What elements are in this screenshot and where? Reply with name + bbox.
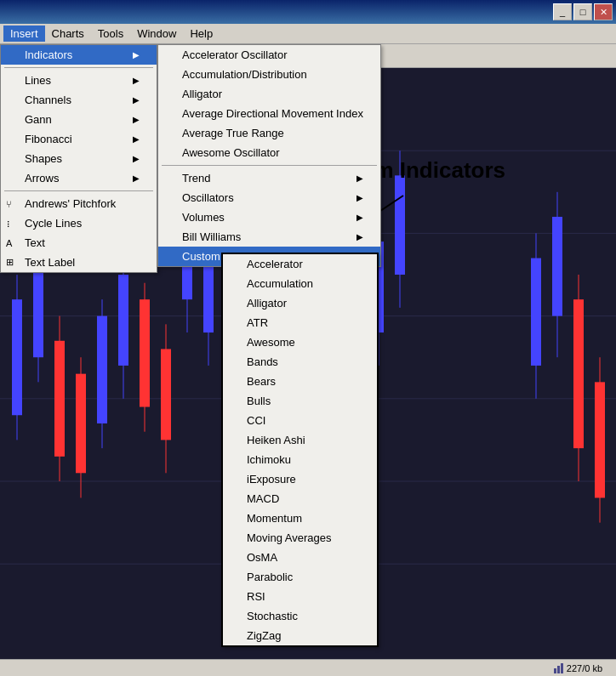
custom-item-bands[interactable]: Bands — [223, 352, 377, 372]
custom-item-macd[interactable]: MACD — [223, 489, 377, 508]
menu-help[interactable]: Help — [183, 26, 220, 42]
status-bar: 227/0 kb — [0, 659, 616, 676]
status-bar-text: 227/0 kb — [567, 663, 602, 673]
indicators-arrow: ▶ — [133, 50, 140, 60]
submenu-item-bill-williams[interactable]: Bill Williams ▶ — [158, 227, 380, 247]
custom-item-bears[interactable]: Bears — [223, 372, 377, 391]
status-bar-volume-icon: 227/0 kb — [554, 663, 602, 673]
trend-arrow: ▶ — [356, 173, 363, 183]
svg-rect-50 — [573, 299, 584, 448]
menu-item-fibonacci[interactable]: Fibonacci ▶ — [1, 129, 157, 149]
custom-item-zigzag[interactable]: ZigZag — [223, 626, 377, 645]
custom-item-heiken-ashi[interactable]: Heiken Ashi — [223, 430, 377, 450]
sep1 — [4, 67, 153, 68]
ind-sep — [162, 165, 377, 166]
menu-item-text[interactable]: A Text — [1, 233, 157, 253]
svg-rect-18 — [118, 275, 128, 366]
title-bar: _ □ ✕ — [0, 0, 616, 24]
custom-item-accumulation[interactable]: Accumulation — [223, 274, 377, 293]
lines-arrow: ▶ — [133, 76, 140, 85]
arrows-arrow: ▶ — [133, 173, 140, 183]
sep2 — [4, 190, 153, 191]
custom-item-atr[interactable]: ATR — [223, 313, 377, 332]
menu-bar: Insert Charts Tools Window Help — [0, 24, 616, 44]
custom-item-cci[interactable]: CCI — [223, 411, 377, 430]
menu-insert[interactable]: Insert — [3, 26, 45, 42]
svg-rect-48 — [552, 217, 562, 316]
menu-item-text-label[interactable]: ⊞ Text Label — [1, 253, 157, 272]
bill-williams-arrow: ▶ — [356, 232, 363, 241]
custom-item-momentum[interactable]: Momentum — [223, 508, 377, 528]
fibonacci-arrow: ▶ — [133, 134, 140, 144]
submenu-item-alligator[interactable]: Alligator — [158, 84, 380, 104]
submenu-item-atr[interactable]: Average True Range — [158, 123, 380, 143]
svg-rect-44 — [395, 175, 405, 275]
submenu-item-awesome-osc[interactable]: Awesome Oscillator — [158, 143, 380, 162]
oscillators-arrow: ▶ — [356, 193, 363, 202]
menu-item-arrows[interactable]: Arrows ▶ — [1, 168, 157, 188]
menu-charts[interactable]: Charts — [45, 26, 91, 42]
svg-rect-16 — [97, 316, 107, 423]
channels-arrow: ▶ — [133, 95, 140, 105]
text-icon: A — [6, 238, 12, 248]
volumes-arrow: ▶ — [356, 213, 363, 222]
svg-rect-12 — [54, 341, 65, 457]
submenu-item-trend[interactable]: Trend ▶ — [158, 168, 380, 188]
custom-item-bulls[interactable]: Bulls — [223, 391, 377, 411]
svg-rect-14 — [76, 374, 86, 474]
custom-item-rsi[interactable]: RSI — [223, 587, 377, 606]
menu-item-indicators[interactable]: Indicators ▶ — [1, 45, 157, 65]
custom-item-parabolic[interactable]: Parabolic — [223, 567, 377, 587]
submenu-item-acc-dist[interactable]: Accumulation/Distribution — [158, 65, 380, 84]
menu-item-gann[interactable]: Gann ▶ — [1, 110, 157, 129]
menu-item-pitchfork[interactable]: ⑂ Andrews' Pitchfork — [1, 194, 157, 213]
insert-dropdown: Indicators ▶ Lines ▶ Channels ▶ Gann ▶ F… — [0, 44, 157, 273]
submenu-item-admi[interactable]: Average Directional Movement Index — [158, 104, 380, 123]
pitchfork-icon: ⑂ — [6, 199, 12, 209]
maximize-button[interactable]: □ — [573, 3, 592, 20]
gann-arrow: ▶ — [133, 115, 140, 124]
svg-rect-22 — [161, 349, 171, 440]
menu-item-shapes[interactable]: Shapes ▶ — [1, 149, 157, 168]
custom-item-awesome[interactable]: Awesome — [223, 332, 377, 352]
text-label-icon: ⊞ — [6, 257, 14, 268]
shapes-arrow: ▶ — [133, 154, 140, 163]
svg-rect-8 — [12, 299, 22, 415]
custom-submenu: Accelerator Accumulation Alligator ATR A… — [221, 253, 379, 647]
svg-rect-52 — [595, 382, 605, 497]
svg-rect-10 — [33, 258, 43, 358]
custom-item-stochastic[interactable]: Stochastic — [223, 606, 377, 626]
custom-item-alligator[interactable]: Alligator — [223, 293, 377, 313]
svg-rect-46 — [531, 258, 541, 366]
svg-rect-20 — [140, 299, 150, 406]
menu-item-lines[interactable]: Lines ▶ — [1, 71, 157, 90]
title-bar-buttons: _ □ ✕ — [553, 3, 613, 20]
menu-tools[interactable]: Tools — [91, 26, 130, 42]
submenu-item-volumes[interactable]: Volumes ▶ — [158, 207, 380, 227]
custom-item-moving-averages[interactable]: Moving Averages — [223, 528, 377, 548]
custom-item-accelerator[interactable]: Accelerator — [223, 254, 377, 274]
close-button[interactable]: ✕ — [594, 3, 613, 20]
custom-item-ichimoku[interactable]: Ichimoku — [223, 450, 377, 469]
custom-item-iexposure[interactable]: iExposure — [223, 469, 377, 489]
submenu-item-accelerator-osc[interactable]: Accelerator Oscillator — [158, 45, 380, 65]
menu-item-channels[interactable]: Channels ▶ — [1, 90, 157, 110]
submenu-item-oscillators[interactable]: Oscillators ▶ — [158, 188, 380, 207]
minimize-button[interactable]: _ — [553, 3, 572, 20]
indicators-submenu: Accelerator Oscillator Accumulation/Dist… — [157, 44, 381, 267]
menu-window[interactable]: Window — [130, 26, 183, 42]
menu-item-cycle-lines[interactable]: ⫶ Cycle Lines — [1, 213, 157, 233]
dropdown-container: Indicators ▶ Lines ▶ Channels ▶ Gann ▶ F… — [0, 44, 157, 273]
custom-item-osma[interactable]: OsMA — [223, 548, 377, 567]
cycle-lines-icon: ⫶ — [6, 219, 11, 229]
